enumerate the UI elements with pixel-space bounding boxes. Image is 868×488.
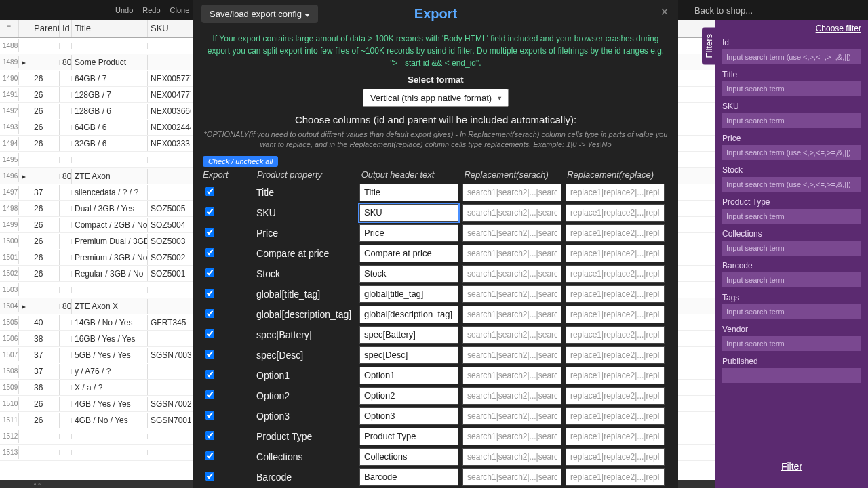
- property-label: Option1: [256, 370, 359, 381]
- export-checkbox[interactable]: [205, 451, 214, 460]
- export-checkbox[interactable]: [205, 289, 214, 298]
- export-checkbox[interactable]: [205, 329, 214, 338]
- export-checkbox[interactable]: [205, 350, 214, 359]
- replacement-search-input[interactable]: [462, 346, 561, 364]
- filter-input[interactable]: [722, 113, 861, 128]
- output-header-input[interactable]: [359, 326, 458, 344]
- output-header-input[interactable]: [359, 407, 458, 425]
- replacement-search-input[interactable]: [462, 224, 561, 242]
- replacement-replace-input[interactable]: [566, 204, 665, 222]
- replacement-replace-input[interactable]: [566, 468, 665, 486]
- replacement-replace-input[interactable]: [566, 184, 665, 201]
- output-header-input[interactable]: [359, 224, 458, 242]
- export-column-row: Option1: [203, 365, 669, 386]
- filter-input[interactable]: [722, 336, 861, 351]
- output-header-input[interactable]: [359, 285, 458, 303]
- replacement-search-input[interactable]: [462, 204, 561, 222]
- filter-field: Collections: [715, 228, 868, 260]
- filter-input[interactable]: [722, 81, 861, 96]
- export-checkbox[interactable]: [205, 472, 214, 481]
- property-label: Price: [256, 228, 359, 239]
- export-column-row: Title: [203, 182, 669, 203]
- replacement-replace-input[interactable]: [566, 265, 665, 283]
- column-sku[interactable]: SKU: [148, 20, 191, 37]
- property-label: Compare at price: [256, 248, 359, 259]
- replacement-replace-input[interactable]: [566, 285, 665, 303]
- replacement-replace-input[interactable]: [566, 387, 665, 405]
- replacement-replace-input[interactable]: [566, 448, 665, 466]
- choose-filter-link[interactable]: Choose filter: [816, 24, 861, 33]
- replacement-replace-input[interactable]: [566, 407, 665, 425]
- replacement-replace-input[interactable]: [566, 306, 665, 323]
- select-format-label: Select format: [203, 75, 669, 85]
- filter-input[interactable]: [722, 177, 861, 192]
- replacement-search-input[interactable]: [462, 245, 561, 262]
- filter-input[interactable]: [722, 241, 861, 256]
- save-load-config-button[interactable]: Save/load export config: [201, 5, 318, 23]
- export-checkbox[interactable]: [205, 248, 214, 257]
- export-checkbox[interactable]: [205, 207, 214, 216]
- export-checkbox[interactable]: [205, 390, 214, 399]
- replacement-replace-input[interactable]: [566, 367, 665, 384]
- export-checkbox[interactable]: [205, 431, 214, 440]
- filter-input[interactable]: [722, 368, 861, 383]
- output-header-input[interactable]: [359, 428, 458, 445]
- format-select[interactable]: Vertical (this app native format): [363, 89, 509, 107]
- output-header-input[interactable]: [359, 448, 458, 466]
- replacement-search-input[interactable]: [462, 285, 561, 303]
- filter-input[interactable]: [722, 272, 861, 287]
- filter-field: Published: [715, 355, 868, 387]
- replacement-search-input[interactable]: [462, 306, 561, 323]
- replacement-replace-input[interactable]: [566, 245, 665, 262]
- redo-button[interactable]: Redo: [142, 6, 160, 14]
- column-parent[interactable]: Parent: [31, 20, 60, 37]
- replacement-replace-input[interactable]: [566, 326, 665, 344]
- replacement-search-input[interactable]: [462, 448, 561, 466]
- filter-input[interactable]: [722, 145, 861, 160]
- export-checkbox[interactable]: [205, 268, 214, 277]
- output-header-input[interactable]: [359, 265, 458, 283]
- filter-button[interactable]: Filter: [781, 461, 802, 472]
- output-header-input[interactable]: [359, 245, 458, 262]
- replacement-search-input[interactable]: [462, 367, 561, 384]
- export-checkbox[interactable]: [205, 411, 214, 420]
- output-header-input[interactable]: [359, 387, 458, 405]
- replacement-replace-input[interactable]: [566, 224, 665, 242]
- filter-input[interactable]: [722, 49, 861, 64]
- filters-tab[interactable]: Filters: [702, 27, 716, 64]
- menu-icon[interactable]: ≡: [0, 20, 19, 37]
- replacement-search-input[interactable]: [462, 407, 561, 425]
- export-checkbox[interactable]: [205, 187, 214, 196]
- column-title[interactable]: Title: [72, 20, 148, 37]
- export-checkbox[interactable]: [205, 228, 214, 237]
- export-checkbox[interactable]: [205, 370, 214, 379]
- header-export: Export: [203, 169, 257, 180]
- property-label: spec[Desc]: [256, 350, 359, 361]
- column-id[interactable]: Id: [60, 20, 72, 37]
- filter-field: Product Type: [715, 196, 868, 228]
- filter-input[interactable]: [722, 304, 861, 319]
- replacement-search-input[interactable]: [462, 387, 561, 405]
- back-to-shop-link[interactable]: Back to shop...: [694, 5, 753, 16]
- replacement-replace-input[interactable]: [566, 346, 665, 364]
- replacement-search-input[interactable]: [462, 468, 561, 486]
- replacement-search-input[interactable]: [462, 265, 561, 283]
- replacement-search-input[interactable]: [462, 326, 561, 344]
- output-header-input[interactable]: [359, 184, 458, 201]
- export-checkbox[interactable]: [205, 309, 214, 318]
- property-label: Collections: [256, 451, 359, 462]
- replacement-search-input[interactable]: [462, 428, 561, 445]
- output-header-input[interactable]: [359, 468, 458, 486]
- output-header-input[interactable]: [359, 346, 458, 364]
- replacement-replace-input[interactable]: [566, 428, 665, 445]
- close-icon[interactable]: ×: [660, 4, 669, 20]
- footer-icons[interactable]: ▫ ▫: [34, 481, 41, 488]
- filter-input[interactable]: [722, 209, 861, 224]
- replacement-search-input[interactable]: [462, 184, 561, 201]
- clone-button[interactable]: Clone: [170, 6, 190, 14]
- check-uncheck-all-button[interactable]: Check / uncheck all: [203, 156, 278, 167]
- output-header-input[interactable]: [359, 204, 458, 222]
- output-header-input[interactable]: [359, 306, 458, 323]
- output-header-input[interactable]: [359, 367, 458, 384]
- undo-button[interactable]: Undo: [115, 6, 133, 14]
